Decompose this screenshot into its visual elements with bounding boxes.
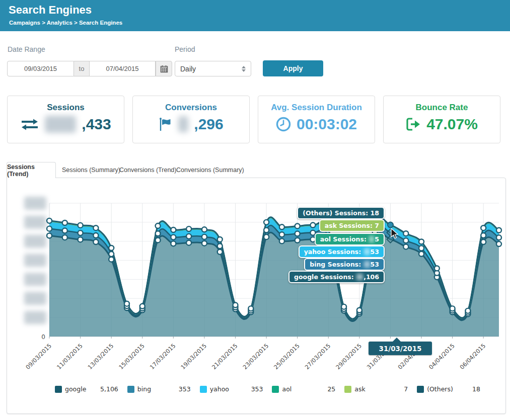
sessions-trend-panel: 009/03/201511/03/201513/03/201515/03/201… (7, 178, 506, 414)
stat-card-sessions: Sessions ,433 (7, 96, 124, 143)
sessions-trend-chart[interactable]: 009/03/201511/03/201513/03/201515/03/201… (7, 178, 505, 413)
page-header: Search Engines Campaigns > Analytics > S… (0, 0, 510, 31)
tooltip-aol: aol Sessions: 5 (315, 233, 385, 245)
date-range-label: Date Range (8, 45, 45, 53)
breadcrumb[interactable]: Campaigns > Analytics > Search Engines (9, 20, 122, 26)
calendar-icon (160, 65, 168, 73)
stat-value: 47.07% (384, 116, 500, 133)
search-engines-dashboard: Search Engines Campaigns > Analytics > S… (0, 0, 510, 420)
stat-value-text: 00:03:02 (297, 116, 357, 133)
flag-icon (159, 117, 173, 131)
tab-sessions-trend[interactable]: Sessions (Trend) (7, 162, 56, 178)
mouse-cursor (391, 228, 399, 239)
select-arrows-icon (242, 66, 246, 72)
stat-title: Avg. Session Duration (258, 103, 375, 113)
tab-conversions-summary[interactable]: Conversions (Summary) (176, 162, 244, 178)
svg-text:0: 0 (41, 333, 45, 341)
svg-text:15/03/2015: 15/03/2015 (117, 342, 146, 371)
legend-swatch (272, 386, 279, 393)
period-select[interactable]: Daily (175, 61, 251, 76)
tooltip-yahoo: yahoo Sessions: 53 (299, 245, 385, 258)
legend-item-google: google5,106 (55, 385, 118, 393)
svg-text:13/03/2015: 13/03/2015 (87, 342, 115, 371)
legend-swatch (55, 386, 62, 393)
stat-value: ,296 (133, 116, 249, 133)
bounce-arrow-icon (406, 117, 421, 131)
legend-item-yahoo: yahoo353 (200, 385, 263, 393)
date-from-input[interactable] (7, 61, 74, 76)
tooltip-others: (Others) Sessions: 18 (297, 207, 385, 219)
stat-card-avg-session-duration: Avg. Session Duration 00:03:02 (258, 96, 375, 143)
calendar-button[interactable] (156, 61, 172, 76)
date-to-input[interactable] (89, 61, 156, 76)
tooltip-ask: ask Sessions: 7 (319, 219, 385, 232)
tab-sessions-summary[interactable]: Sessions (Summary) (62, 162, 120, 178)
tooltip-google: google Sessions: ,106 (288, 271, 385, 283)
svg-text:06/04/2015: 06/04/2015 (459, 342, 487, 371)
redacted-value-blur (178, 116, 188, 132)
stat-card-bounce-rate: Bounce Rate 47.07% (383, 96, 500, 143)
clock-icon (276, 117, 291, 132)
tooltip-hovered-date: 31/03/2015 (369, 342, 432, 355)
date-range-group: to (7, 61, 172, 76)
legend-item-ask: ask7 (344, 385, 408, 393)
stat-value-text: ,433 (82, 116, 111, 133)
svg-text:29/03/2015: 29/03/2015 (334, 342, 363, 371)
stat-title: Conversions (133, 103, 249, 113)
date-to-separator: to (74, 61, 89, 76)
chart-legend: google5,106 bing353 yahoo353 aol25 ask7 … (55, 385, 480, 393)
stat-title: Sessions (8, 103, 124, 113)
legend-item-others: (Others)18 (417, 385, 480, 393)
svg-text:19/03/2015: 19/03/2015 (179, 342, 208, 371)
apply-button[interactable]: Apply (263, 60, 323, 76)
legend-item-bing: bing353 (127, 385, 191, 393)
svg-text:09/03/2015: 09/03/2015 (24, 342, 53, 371)
svg-text:23/03/2015: 23/03/2015 (241, 342, 270, 371)
svg-text:21/03/2015: 21/03/2015 (210, 342, 239, 371)
stat-value: 00:03:02 (258, 116, 375, 133)
legend-swatch (417, 386, 424, 393)
svg-text:25/03/2015: 25/03/2015 (272, 342, 301, 371)
stat-card-conversions: Conversions ,296 (132, 96, 250, 143)
svg-text:11/03/2015: 11/03/2015 (55, 342, 84, 371)
tooltip-bing: bing Sessions: 53 (304, 258, 385, 271)
stat-value-text: 47.07% (426, 116, 478, 133)
sessions-arrows-icon (20, 118, 39, 131)
period-selected-value: Daily (180, 65, 196, 73)
legend-swatch (200, 386, 207, 393)
redacted-value-blur (45, 116, 76, 133)
legend-swatch (344, 386, 351, 393)
legend-swatch (127, 386, 134, 393)
svg-text:27/03/2015: 27/03/2015 (304, 342, 332, 371)
period-label: Period (175, 45, 195, 53)
stat-value: ,433 (8, 116, 124, 133)
stat-value-text: ,296 (194, 116, 223, 133)
svg-text:17/03/2015: 17/03/2015 (149, 342, 177, 371)
stat-title: Bounce Rate (384, 103, 500, 113)
page-title: Search Engines (9, 4, 92, 17)
legend-item-aol: aol25 (272, 385, 335, 393)
tab-conversions-trend[interactable]: Conversions (Trend) (119, 162, 176, 178)
